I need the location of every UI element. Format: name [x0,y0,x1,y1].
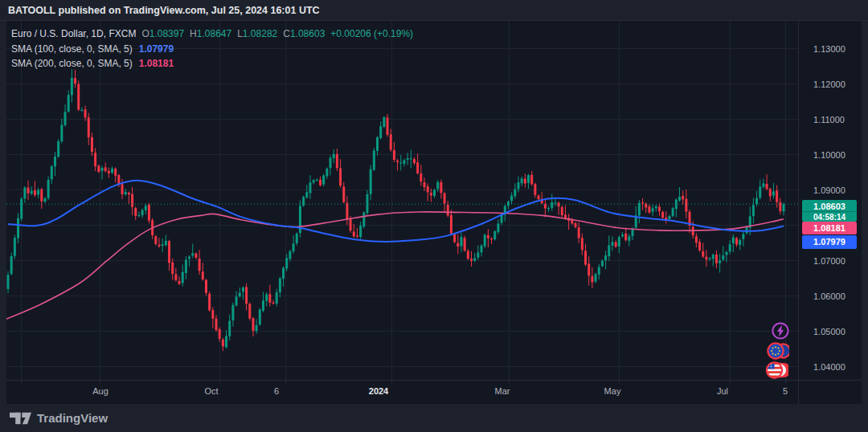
publish-header: BATOOLL published on TradingView.com, Ju… [0,0,868,21]
symbol-title: Euro / U.S. Dollar, 1D, FXCM [11,28,136,39]
ohlc-label: L [237,28,243,39]
time-axis-tick [219,380,220,383]
ohlc-values: O1.08397H1.08647L1.08282C1.08603 [136,28,325,39]
time-axis-tick [391,380,392,383]
price-badge-value: 1.07979 [802,235,857,247]
time-axis-tick [100,380,100,383]
ohlc-value: 1.08603 [290,28,325,39]
time-axis-label: 6 [274,386,279,396]
price-axis-label: 1.04000 [813,362,845,372]
indicator-legend-rows: SMA (100, close, 0, SMA, 5)1.07979SMA (2… [11,42,413,71]
ohlc-label: C [283,28,290,39]
price-axis-label: 1.11000 [813,115,845,124]
candlestick-chart[interactable] [6,21,798,380]
price-axis-label: 1.05000 [813,327,845,336]
price-badge: 1.0860304:58:14 [802,200,857,222]
us-flag-event-icon[interactable] [764,358,788,382]
time-axis[interactable]: AugOct62024MarMayJul5 [6,380,798,404]
time-axis-label: 5 [783,386,788,396]
indicator-value: 1.08181 [139,58,174,69]
time-axis-label: May [604,386,621,396]
ohlc-value: 1.08282 [243,28,277,39]
change-value: +0.00206 (+0.19%) [330,28,413,39]
indicator-legend-row[interactable]: SMA (100, close, 0, SMA, 5)1.07979 [11,42,413,57]
time-axis-label: 2024 [369,386,388,396]
ohlc-value: 1.08397 [149,28,184,39]
time-axis-tick [21,380,22,383]
symbol-legend-row[interactable]: Euro / U.S. Dollar, 1D, FXCMO1.08397H1.0… [11,26,413,42]
countdown-timer: 04:58:14 [802,211,857,222]
tradingview-snapshot-page: BATOOLL published on TradingView.com, Ju… [0,0,868,432]
indicator-value: 1.07979 [139,43,174,55]
chart-legend: Euro / U.S. Dollar, 1D, FXCMO1.08397H1.0… [11,26,413,71]
time-axis-label: Jul [717,386,728,396]
ohlc-label: O [141,28,149,39]
price-badge-value: 1.08603 [802,200,857,211]
ohlc-value: 1.08647 [197,28,231,39]
time-axis-label: Aug [92,386,108,396]
price-badge-value: 1.08181 [802,222,857,233]
indicator-label: SMA (100, close, 0, SMA, 5) [11,43,133,55]
price-axis-label: 1.06000 [813,291,845,301]
ohlc-label: H [190,28,197,39]
time-axis-label: Mar [495,386,510,396]
publish-header-text: BATOOLL published on TradingView.com, Ju… [8,5,320,16]
price-axis-label: 1.07000 [813,256,845,266]
footer: TradingView [10,404,331,432]
time-axis-tick [730,380,731,383]
tradingview-logo-icon [10,410,31,426]
price-badge: 1.07979 [802,235,857,250]
time-axis-label: Oct [204,386,218,396]
indicator-legend-row[interactable]: SMA (200, close, 0, SMA, 5)1.08181 [11,56,413,71]
price-badge: 1.08181 [802,222,857,235]
indicator-label: SMA (200, close, 0, SMA, 5) [11,58,133,69]
price-axis-label: 1.12000 [813,79,845,89]
tradingview-logo-text: TradingView [37,411,108,425]
time-axis-tick [619,380,620,383]
price-axis[interactable]: 1.130001.120001.110001.100001.090001.070… [798,21,868,404]
time-axis-tick [285,380,286,383]
price-axis-label: 1.13000 [813,44,845,54]
time-axis-tick [509,380,510,383]
tradingview-logo[interactable]: TradingView [10,410,108,426]
price-axis-label: 1.09000 [813,185,845,195]
price-axis-label: 1.10000 [813,150,845,160]
